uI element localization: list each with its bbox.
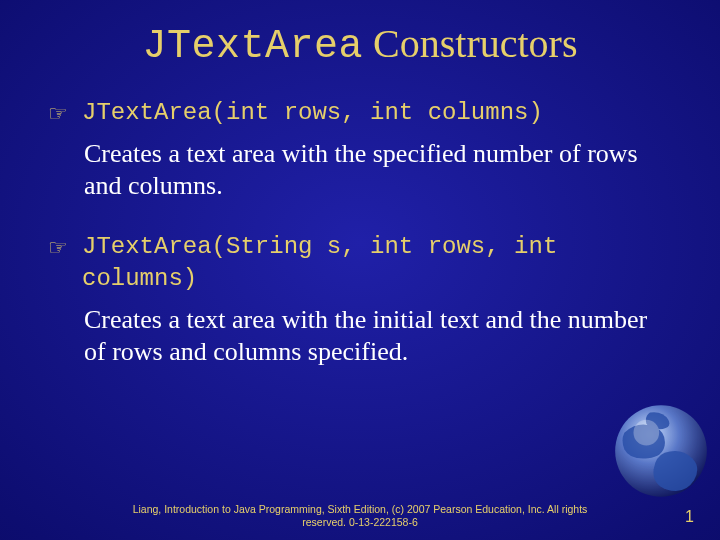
constructor-signature: JTextArea(String s, int rows, int column… [82,231,672,296]
pointing-hand-icon: ☞ [48,99,68,130]
svg-point-2 [634,420,660,446]
title-mono: JTextArea [143,24,364,69]
bullet-line: ☞ JTextArea(String s, int rows, int colu… [48,231,672,296]
slide-title: JTextArea Constructors [48,20,672,69]
bullet-item: ☞ JTextArea(String s, int rows, int colu… [48,231,672,369]
constructor-description: Creates a text area with the specified n… [84,138,672,203]
constructor-description: Creates a text area with the initial tex… [84,304,672,369]
bullet-line: ☞ JTextArea(int rows, int columns) [48,97,672,130]
constructor-signature: JTextArea(int rows, int columns) [82,97,543,129]
slide: JTextArea Constructors ☞ JTextArea(int r… [0,0,720,540]
pointing-hand-icon: ☞ [48,233,68,264]
footer-copyright: Liang, Introduction to Java Programming,… [0,503,720,530]
title-rest: Constructors [363,21,577,66]
page-number: 1 [685,508,694,526]
globe-icon [606,396,716,506]
bullet-item: ☞ JTextArea(int rows, int columns) Creat… [48,97,672,203]
